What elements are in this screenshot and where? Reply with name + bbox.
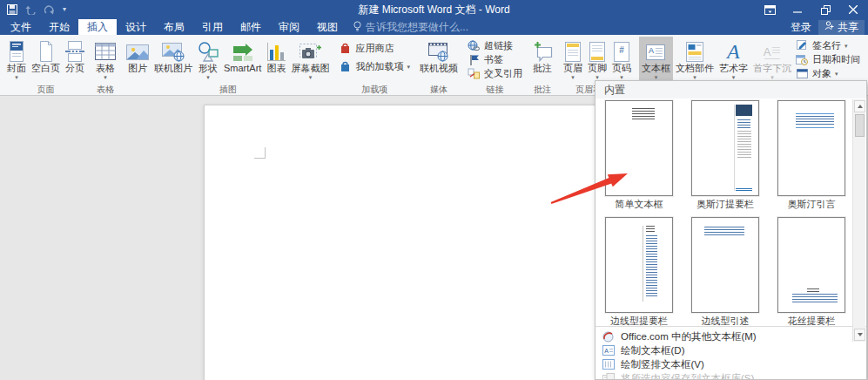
my-addins-button[interactable]: 我的加载项 ▾ xyxy=(337,60,412,73)
scroll-down-button[interactable] xyxy=(854,329,865,341)
menu-item-draw-text-box[interactable]: A 绘制文本框(D) xyxy=(595,343,866,357)
tell-me-box[interactable]: 告诉我您想要做什么... xyxy=(353,19,468,35)
group-label-comments: 批注 xyxy=(529,84,555,95)
gallery-scrollbar[interactable] xyxy=(852,99,865,342)
tell-me-placeholder: 告诉我您想要做什么... xyxy=(366,20,468,35)
chart-button[interactable]: 图表 xyxy=(264,37,288,82)
dropdown-caret-icon: ▾ xyxy=(655,74,658,80)
tab-mailings[interactable]: 邮件 xyxy=(232,19,270,35)
scroll-up-button[interactable] xyxy=(854,100,865,112)
template-simple-text-box[interactable]: 简单文本框 xyxy=(605,100,673,210)
pictures-button[interactable]: 图片 xyxy=(124,37,151,82)
restore-button[interactable] xyxy=(814,1,837,18)
table-button[interactable]: 表格 ▾ xyxy=(92,37,118,82)
hyperlink-button[interactable]: 超链接 xyxy=(466,39,524,52)
header-icon xyxy=(565,38,581,62)
online-pictures-button[interactable]: 联机图片 xyxy=(151,37,195,82)
tab-design[interactable]: 设计 xyxy=(117,19,155,35)
menu-item-draw-vertical-text-box[interactable]: 绘制竖排文本框(V) xyxy=(595,357,866,371)
template-austin-quote[interactable]: 奥斯汀引言 xyxy=(777,100,845,210)
ribbon-group-addins: 应用商店 我的加载项 ▾ 加载项 xyxy=(335,36,414,95)
sign-in-button[interactable]: 登录 xyxy=(791,20,811,35)
header-button[interactable]: 页眉 ▾ xyxy=(561,37,585,82)
quick-access-toolbar: ▾ xyxy=(0,4,66,15)
screenshot-button[interactable]: 屏幕截图 ▾ xyxy=(288,37,332,82)
menu-item-save-selection-to-gallery: 将所选内容保存到文本框库(S) xyxy=(595,371,866,380)
template-thumbnail xyxy=(691,217,759,313)
page-break-button[interactable]: 分页 xyxy=(63,37,87,82)
template-thumbnail xyxy=(777,100,845,196)
quick-parts-button[interactable]: 文档部件 ▾ xyxy=(673,37,717,82)
footer-button[interactable]: 页脚 ▾ xyxy=(585,37,609,82)
scrollbar-thumb[interactable] xyxy=(855,114,865,137)
object-button[interactable]: 对象 ▾ xyxy=(794,67,862,80)
svg-text:A: A xyxy=(764,45,771,58)
table-icon xyxy=(95,38,116,62)
undo-icon[interactable] xyxy=(25,5,37,15)
template-austin-sidebar[interactable]: 奥斯汀提要栏 xyxy=(691,100,759,210)
draw-vertical-textbox-icon xyxy=(602,359,615,370)
bookmark-button[interactable]: 书签 xyxy=(466,53,524,66)
save-icon[interactable] xyxy=(7,4,17,15)
cover-page-button[interactable]: 封面 ▾ xyxy=(4,37,29,82)
dropdown-caret-icon: ▾ xyxy=(844,43,848,49)
drop-cap-button: A 首字下沉 ▾ xyxy=(750,37,794,82)
minimize-button[interactable] xyxy=(786,1,809,18)
online-video-button[interactable]: 联机视频 xyxy=(417,37,461,82)
dropdown-caret-icon: ▾ xyxy=(571,74,575,80)
redo-icon[interactable] xyxy=(44,5,55,15)
date-time-button[interactable]: 日期和时间 xyxy=(794,53,862,66)
shapes-icon xyxy=(198,38,219,62)
tab-home[interactable]: 开始 xyxy=(40,19,78,35)
lightbulb-icon xyxy=(353,21,361,34)
tab-view[interactable]: 视图 xyxy=(308,19,347,35)
blank-page-button[interactable]: 空白页 xyxy=(29,37,63,82)
save-gallery-icon xyxy=(602,373,615,380)
signature-line-button[interactable]: 签名行 ▾ xyxy=(794,39,862,52)
close-button[interactable] xyxy=(842,1,865,18)
tab-layout[interactable]: 布局 xyxy=(155,19,193,35)
comment-button[interactable]: 批注 xyxy=(529,37,555,82)
svg-text:#: # xyxy=(619,45,624,55)
office-com-icon xyxy=(602,331,615,343)
template-sideline-quote[interactable]: 边线型引述 xyxy=(691,217,759,327)
gallery-menu: Office.com 中的其他文本框(M) A 绘制文本框(D) 绘制竖排文本框… xyxy=(595,326,866,380)
text-box-button[interactable]: A 文本框 ▾ xyxy=(639,37,673,82)
dropdown-caret-icon: ▾ xyxy=(620,74,623,80)
tab-insert[interactable]: 插入 xyxy=(78,19,117,35)
store-button[interactable]: 应用商店 xyxy=(337,42,412,55)
dropdown-caret-icon: ▾ xyxy=(15,74,18,80)
menu-item-more-textboxes-office-com[interactable]: Office.com 中的其他文本框(M) xyxy=(595,329,866,343)
share-button[interactable]: 共享 xyxy=(818,20,865,35)
tab-references[interactable]: 引用 xyxy=(193,19,232,35)
svg-text:A: A xyxy=(604,348,609,354)
dropdown-caret-icon: ▾ xyxy=(770,74,774,80)
tab-file[interactable]: 文件 xyxy=(2,19,40,35)
group-label-illustrations: 插图 xyxy=(124,84,332,95)
svg-text:A: A xyxy=(649,46,654,55)
wordart-button[interactable]: A 艺术字 ▾ xyxy=(717,37,750,82)
template-sideline-sidebar[interactable]: 边线型提要栏 xyxy=(605,217,673,327)
dropdown-caret-icon: ▾ xyxy=(104,74,107,80)
tab-review[interactable]: 审阅 xyxy=(270,19,308,35)
ribbon-display-options-icon[interactable] xyxy=(758,1,781,18)
comment-icon xyxy=(532,38,553,62)
dropdown-caret-icon: ▾ xyxy=(693,74,696,80)
template-filigree-sidebar[interactable]: 花丝提要栏 xyxy=(777,217,845,327)
dropdown-caret-icon: ▾ xyxy=(595,74,599,80)
dropdown-caret-icon: ▾ xyxy=(835,71,838,77)
margin-corner-mark xyxy=(254,147,266,159)
word-window: ▾ 新建 Microsoft Word 文档 - Word 文件 开始 插入 设… xyxy=(0,0,868,380)
shapes-button[interactable]: 形状 ▾ xyxy=(195,37,221,82)
page-number-button[interactable]: # 页码 ▾ xyxy=(609,37,634,82)
customize-qat-dropdown-icon[interactable]: ▾ xyxy=(63,6,66,13)
store-icon xyxy=(339,43,352,55)
smartart-button[interactable]: SmartArt xyxy=(221,37,264,82)
screenshot-icon xyxy=(299,38,321,62)
cross-reference-button[interactable]: 交叉引用 xyxy=(466,67,524,80)
group-label-links: 链接 xyxy=(466,84,524,95)
text-box-icon: A xyxy=(646,38,665,62)
date-time-icon xyxy=(796,54,809,66)
ribbon-group-pages: 封面 ▾ 空白页 分页 页面 xyxy=(3,36,89,95)
online-video-icon xyxy=(427,38,450,62)
